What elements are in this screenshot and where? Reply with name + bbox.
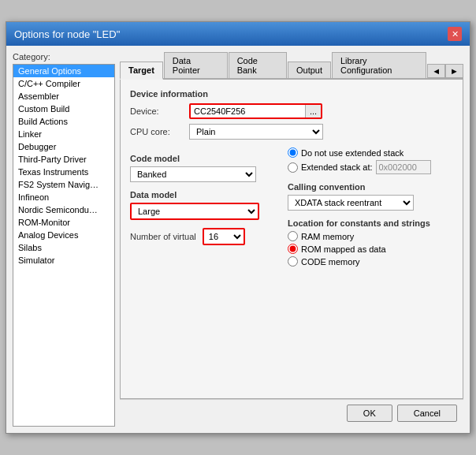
sidebar-item-analog-devices[interactable]: Analog Devices — [13, 229, 114, 241]
device-input[interactable] — [191, 105, 305, 117]
main-panel: TargetData PointerCode BankOutputLibrary… — [120, 52, 463, 427]
stack-radio-group: Do not use extended stack Extended stack… — [288, 147, 453, 174]
data-model-select[interactable]: Large Medium Small — [132, 204, 258, 218]
device-info-title: Device information — [130, 89, 453, 99]
ram-memory-label: RAM memory — [301, 232, 354, 241]
cancel-button[interactable]: Cancel — [397, 405, 457, 422]
category-label: Category: — [13, 52, 115, 62]
num-virtual-label: Number of virtual — [130, 232, 196, 241]
ext-stack-label: Extended stack at: — [301, 162, 373, 172]
sidebar-item-third-party-driver[interactable]: Third-Party Driver — [13, 153, 114, 166]
tab-output[interactable]: Output — [288, 62, 331, 78]
code-model-label: Code model — [130, 154, 272, 163]
code-memory-radio[interactable] — [288, 256, 298, 267]
data-model-section: Data model Large Medium Small — [130, 190, 272, 220]
sidebar-item-simulator[interactable]: Simulator — [13, 254, 114, 267]
sidebar-item-fs2-system-navi[interactable]: FS2 System Navig… — [13, 178, 114, 191]
data-model-label: Data model — [130, 190, 272, 200]
tab-next-button[interactable]: ► — [445, 64, 463, 78]
ram-memory-radio[interactable] — [288, 231, 298, 241]
cpu-core-row: CPU core: Plain — [130, 124, 453, 140]
code-memory-row: CODE memory — [288, 256, 453, 267]
ext-stack-row: Extended stack at: — [288, 160, 453, 174]
sidebar-item-general-options[interactable]: General Options — [13, 65, 114, 77]
code-model-section: Code model Banked Near Large — [130, 154, 272, 182]
sidebar-item-rom-monitor[interactable]: ROM-Monitor — [13, 216, 114, 229]
calling-select[interactable]: XDATA stack reentrant IDATA stack reentr… — [288, 195, 414, 211]
tab-prev-button[interactable]: ◄ — [427, 64, 445, 78]
options-dialog: Options for node "LED" ✕ Category: Gener… — [6, 21, 470, 434]
two-col-section: Code model Banked Near Large Data model — [130, 147, 453, 267]
location-radio-group: RAM memory ROM mapped as data CODE memor… — [288, 231, 453, 267]
num-virtual-select[interactable]: 8 16 32 — [204, 229, 244, 244]
no-ext-stack-label: Do not use extended stack — [301, 148, 403, 158]
right-column: Do not use extended stack Extended stack… — [288, 147, 453, 267]
tab-data-pointer[interactable]: Data Pointer — [164, 52, 228, 78]
num-virtual-section: Number of virtual 8 16 32 — [130, 228, 272, 245]
rom-mapped-radio[interactable] — [288, 244, 298, 254]
ok-button[interactable]: OK — [347, 405, 392, 422]
num-virtual-wrapper: 8 16 32 — [203, 228, 245, 245]
code-memory-label: CODE memory — [301, 257, 360, 267]
bottom-bar: OK Cancel — [120, 399, 463, 427]
no-ext-stack-radio[interactable] — [288, 147, 298, 158]
device-input-wrapper: ... — [189, 103, 322, 119]
sidebar-list: General OptionsC/C++ CompilerAssemblerCu… — [13, 64, 115, 427]
sidebar-item-assembler[interactable]: Assembler — [13, 90, 114, 103]
constants-section: Location for constants and strings RAM m… — [288, 218, 453, 267]
calling-label: Calling convention — [288, 182, 453, 192]
browse-button[interactable]: ... — [305, 105, 321, 117]
tab-content: Device information Device: ... CPU core:… — [120, 80, 463, 399]
no-ext-stack-row: Do not use extended stack — [288, 147, 453, 158]
sidebar-item-nordic-semicondu[interactable]: Nordic Semicondu… — [13, 203, 114, 216]
sidebar-item-linker[interactable]: Linker — [13, 128, 114, 140]
dialog-title: Options for node "LED" — [14, 28, 120, 40]
calling-section: Calling convention XDATA stack reentrant… — [288, 182, 453, 211]
sidebar-item-custom-build[interactable]: Custom Build — [13, 103, 114, 115]
ext-stack-radio[interactable] — [288, 162, 298, 173]
rom-mapped-row: ROM mapped as data — [288, 244, 453, 254]
location-label: Location for constants and strings — [288, 218, 453, 228]
rom-mapped-label: ROM mapped as data — [301, 244, 386, 254]
tab-library-config[interactable]: Library Configuration — [332, 52, 426, 78]
tab-target[interactable]: Target — [120, 62, 163, 80]
tabs-row: TargetData PointerCode BankOutputLibrary… — [120, 52, 463, 80]
title-bar: Options for node "LED" ✕ — [6, 22, 470, 46]
tab-code-bank[interactable]: Code Bank — [229, 52, 287, 78]
cpu-core-label: CPU core: — [130, 127, 189, 136]
sidebar-item-texas-instruments[interactable]: Texas Instruments — [13, 166, 114, 178]
cpu-core-select[interactable]: Plain — [189, 124, 323, 140]
ext-stack-input[interactable] — [376, 160, 431, 174]
sidebar-item-c-cpp-compiler[interactable]: C/C++ Compiler — [13, 77, 114, 90]
sidebar-item-infineon[interactable]: Infineon — [13, 191, 114, 203]
left-column: Code model Banked Near Large Data model — [130, 147, 272, 267]
ram-memory-row: RAM memory — [288, 231, 453, 241]
sidebar: Category: General OptionsC/C++ CompilerA… — [13, 52, 115, 427]
close-button[interactable]: ✕ — [448, 27, 462, 41]
sidebar-item-debugger[interactable]: Debugger — [13, 140, 114, 153]
code-model-select[interactable]: Banked Near Large — [130, 166, 256, 182]
sidebar-item-build-actions[interactable]: Build Actions — [13, 115, 114, 128]
dialog-body: Category: General OptionsC/C++ CompilerA… — [6, 46, 470, 433]
device-label: Device: — [130, 106, 189, 116]
device-row: Device: ... — [130, 103, 453, 119]
sidebar-item-silabs[interactable]: Silabs — [13, 241, 114, 254]
